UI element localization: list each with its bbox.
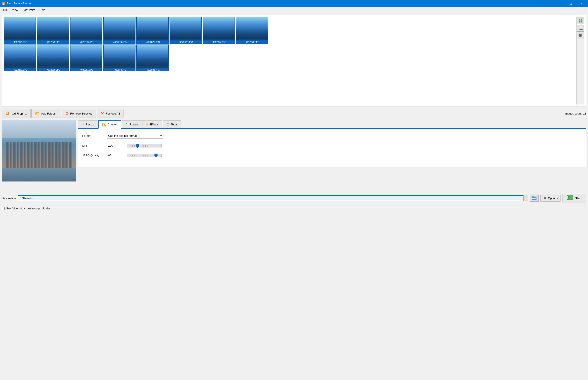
thumbnail-image <box>103 17 135 41</box>
folder-icon: 📂 <box>35 111 40 116</box>
svg-rect-9 <box>580 29 583 30</box>
thumbnail-label: _4022880.JPG <box>37 69 69 71</box>
side-toolbar <box>576 17 584 104</box>
images-count: Images count: 13 <box>565 112 586 115</box>
destination-input[interactable] <box>18 195 528 201</box>
jpeg-quality-input[interactable] <box>107 153 124 158</box>
menu-help[interactable]: Help <box>37 7 48 12</box>
jpeg-quality-row: JPEG Quality <box>82 153 582 158</box>
resize-icon: ↗ <box>81 122 84 127</box>
bottom-panel: ↗ Resize 🔁 Convert ↻ Rotate ✦ Effects ⚙ <box>2 120 586 190</box>
tab-rotate-label: Rotate <box>130 123 138 126</box>
preview-area <box>2 120 76 190</box>
jpeg-quality-slider-thumb[interactable] <box>154 153 157 158</box>
tab-convert[interactable]: 🔁 Convert <box>98 120 122 129</box>
list-item[interactable]: _4022883.JPG <box>136 44 169 71</box>
options-button[interactable]: Options <box>540 195 561 202</box>
close-button[interactable]: ✕ <box>576 0 586 7</box>
maximize-button[interactable]: □ <box>566 0 576 7</box>
start-button[interactable]: Start <box>562 194 586 202</box>
thumbnail-label: _4022879.JPG <box>4 69 36 71</box>
list-item[interactable]: _4022878.JPG <box>236 17 268 44</box>
tab-convert-label: Convert <box>108 123 118 126</box>
svg-rect-11 <box>580 34 581 35</box>
svg-point-27 <box>546 198 546 198</box>
svg-rect-5 <box>580 27 583 27</box>
jpeg-quality-slider[interactable] <box>127 154 162 157</box>
thumbnail-image <box>203 17 235 41</box>
svg-rect-8 <box>579 29 580 30</box>
remove-all-button[interactable]: ✕ Remove All <box>97 109 123 118</box>
menu-file[interactable]: File <box>1 7 10 12</box>
svg-rect-7 <box>580 28 583 28</box>
format-row: Format Use the original format JPEG PNG … <box>82 133 582 138</box>
list-item[interactable]: _4022874.JPG <box>103 17 135 44</box>
thumbnail-image <box>136 17 169 41</box>
thumbnail-image <box>70 44 102 69</box>
destination-browse-button[interactable] <box>530 195 539 202</box>
list-item[interactable]: _4022880.JPG <box>37 44 69 71</box>
svg-rect-6 <box>579 28 580 28</box>
format-select[interactable]: Use the original format JPEG PNG BMP TIF… <box>107 133 163 138</box>
tools-icon: ⚙ <box>167 122 170 127</box>
add-files-icon: 🖼 <box>5 111 9 116</box>
svg-point-25 <box>545 199 545 200</box>
add-files-button[interactable]: 🖼 Add File(s)... <box>2 109 31 118</box>
tab-effects[interactable]: ✦ Effects <box>142 120 163 128</box>
thumbnail-image <box>4 44 36 69</box>
dpi-slider-thumb[interactable] <box>136 144 139 148</box>
svg-rect-14 <box>580 35 581 36</box>
thumbnail-area: _4022871.JPG _4022872.JPG _4022873.JPG <box>2 15 586 106</box>
menu-bar: File View SoftOrbits Help <box>0 7 588 13</box>
title-bar-left: 🖼 Batch Picture Resizer <box>2 2 32 5</box>
list-item[interactable]: _4022881.JPG <box>70 44 102 71</box>
action-toolbar: 🖼 Add File(s)... 📂 Add Folder... ⊘ Remov… <box>2 108 586 119</box>
svg-rect-16 <box>579 37 580 37</box>
dpi-row: DPI <box>82 143 582 148</box>
list-item[interactable]: _4022871.JPG <box>4 17 36 44</box>
thumbnail-label: _4022877.JPG <box>203 41 235 44</box>
list-view-button[interactable] <box>577 25 584 32</box>
app-icon: 🖼 <box>2 2 5 5</box>
thumbnail-label: _4022882.JPG <box>103 69 135 71</box>
thumbnail-image <box>37 17 69 41</box>
list-item[interactable]: _4022882.JPG <box>103 44 135 71</box>
thumbnail-image <box>236 17 268 41</box>
add-folder-button[interactable]: 📂 Add Folder... <box>31 109 61 118</box>
list-item[interactable]: _4022875.JPG <box>136 17 169 44</box>
thumbnail-label: _4022871.JPG <box>4 41 36 44</box>
menu-view[interactable]: View <box>10 7 20 12</box>
tab-resize[interactable]: ↗ Resize <box>78 120 98 128</box>
dpi-label: DPI <box>82 144 104 147</box>
dpi-input[interactable] <box>107 143 124 148</box>
tab-tools[interactable]: ⚙ Tools <box>163 120 181 128</box>
window-controls: — □ ✕ <box>555 0 586 7</box>
effects-icon: ✦ <box>146 122 149 127</box>
app-title: Batch Picture Resizer <box>7 2 32 5</box>
list-item[interactable]: _4022877.JPG <box>203 17 235 44</box>
remove-all-label: Remove All <box>105 112 120 115</box>
list-item[interactable]: _4022879.JPG <box>4 44 36 71</box>
svg-rect-10 <box>579 34 580 35</box>
list-item[interactable]: _4022872.JPG <box>37 17 69 44</box>
svg-rect-1 <box>581 19 582 20</box>
thumbnail-view-button[interactable] <box>577 17 584 24</box>
minimize-button[interactable]: — <box>555 0 565 7</box>
svg-rect-18 <box>581 37 582 37</box>
remove-selected-button[interactable]: ⊘ Remove Selected <box>62 109 96 118</box>
folder-structure-checkbox[interactable] <box>2 207 5 210</box>
tab-rotate[interactable]: ↻ Rotate <box>122 120 142 128</box>
thumbnail-label: _4022875.JPG <box>136 41 169 44</box>
dpi-slider[interactable] <box>127 144 162 148</box>
svg-point-23 <box>544 197 546 199</box>
svg-rect-17 <box>580 37 581 37</box>
list-item[interactable]: _4022873.JPG <box>70 17 102 44</box>
menu-softorbits[interactable]: SoftOrbits <box>20 7 37 12</box>
remove-selected-label: Remove Selected <box>70 112 93 115</box>
thumbnail-label: _4022883.JPG <box>136 69 169 71</box>
svg-rect-3 <box>581 21 582 22</box>
grid-view-button[interactable] <box>577 32 584 39</box>
list-item[interactable]: _4022876.JPG <box>170 17 202 44</box>
svg-rect-0 <box>579 19 580 20</box>
destination-dropdown-button[interactable]: ▾ <box>523 195 528 201</box>
